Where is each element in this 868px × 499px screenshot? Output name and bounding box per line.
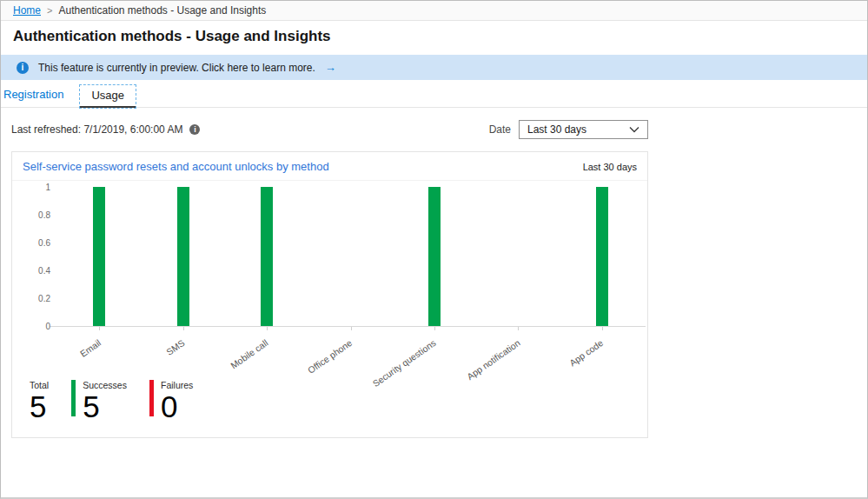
tab-usage[interactable]: Usage <box>80 85 136 108</box>
date-range-select[interactable]: Last 30 days <box>519 120 648 139</box>
last-refreshed-text: Last refreshed: 7/1/2019, 6:00:00 AM <box>11 123 182 136</box>
main-content: Last refreshed: 7/1/2019, 6:00:00 AM i D… <box>11 120 648 438</box>
x-axis-tick <box>434 327 435 330</box>
date-range-value: Last 30 days <box>527 123 586 136</box>
toolbar: Last refreshed: 7/1/2019, 6:00:00 AM i D… <box>11 120 648 139</box>
failures-accent-bar <box>149 380 154 416</box>
successes-value: 5 <box>83 391 127 422</box>
successes-accent-bar <box>71 380 76 416</box>
breadcrumb-home-link[interactable]: Home <box>13 4 41 17</box>
summary-total: Total 5 <box>30 380 49 422</box>
banner-text: This feature is currently in preview. Cl… <box>38 62 315 74</box>
bar-mobile-call[interactable] <box>261 187 273 326</box>
y-tick-label: 0.8 <box>21 210 50 220</box>
chart-title-link[interactable]: Self-service password resets and account… <box>23 160 329 173</box>
plot-area: 10.80.60.40.20 <box>57 183 644 327</box>
y-tick-label: 0.6 <box>21 238 50 248</box>
bar-app-code[interactable] <box>596 187 608 326</box>
y-tick-label: 0.4 <box>21 266 50 276</box>
last-refreshed: Last refreshed: 7/1/2019, 6:00:00 AM i <box>11 123 200 136</box>
x-axis-tick <box>99 327 100 330</box>
x-axis-tick <box>183 327 184 330</box>
chevron-down-icon <box>629 126 639 133</box>
tab-bar: Registration Usage <box>1 84 867 108</box>
failures-value: 0 <box>161 391 193 422</box>
breadcrumb: Home > Authentication methods - Usage an… <box>1 1 867 21</box>
bar-sms[interactable] <box>177 187 189 326</box>
x-axis-tick <box>518 327 519 330</box>
chart-range-label: Last 30 days <box>583 162 637 172</box>
banner-learn-more-link[interactable]: Click here to learn more. <box>202 62 315 74</box>
x-axis-line <box>50 326 646 327</box>
bar-email[interactable] <box>93 187 105 326</box>
chart-card: Self-service password resets and account… <box>11 151 648 438</box>
x-axis-tick <box>602 327 603 330</box>
breadcrumb-separator-icon: > <box>47 5 52 16</box>
x-axis-tick <box>351 327 352 330</box>
date-filter-label: Date <box>489 123 511 136</box>
date-filter: Date Last 30 days <box>489 120 648 139</box>
y-tick-label: 0.2 <box>21 294 50 303</box>
arrow-right-icon[interactable]: → <box>325 61 336 74</box>
y-tick-label: 1 <box>21 183 50 192</box>
summary-successes: Successes 5 <box>71 380 127 422</box>
chart-card-header: Self-service password resets and account… <box>12 152 647 181</box>
y-tick-label: 0 <box>21 322 50 331</box>
breadcrumb-current: Authentication methods - Usage and Insig… <box>58 4 266 17</box>
summary-failures: Failures 0 <box>149 380 193 422</box>
info-tooltip-icon[interactable]: i <box>189 124 200 135</box>
bar-security-questions[interactable] <box>428 187 441 326</box>
page: Home > Authentication methods - Usage an… <box>0 0 868 499</box>
tab-registration[interactable]: Registration <box>1 83 72 108</box>
x-axis-labels: EmailSMSMobile callOffice phoneSecurity … <box>57 331 644 376</box>
info-icon: i <box>17 62 29 74</box>
preview-banner: i This feature is currently in preview. … <box>1 55 867 80</box>
summary-stats: Total 5 Successes 5 Failures 0 <box>30 380 193 422</box>
x-axis-tick <box>267 327 268 330</box>
banner-text-prefix: This feature is currently in preview. <box>38 62 199 74</box>
page-title: Authentication methods - Usage and Insig… <box>1 21 867 55</box>
total-value: 5 <box>30 391 49 422</box>
